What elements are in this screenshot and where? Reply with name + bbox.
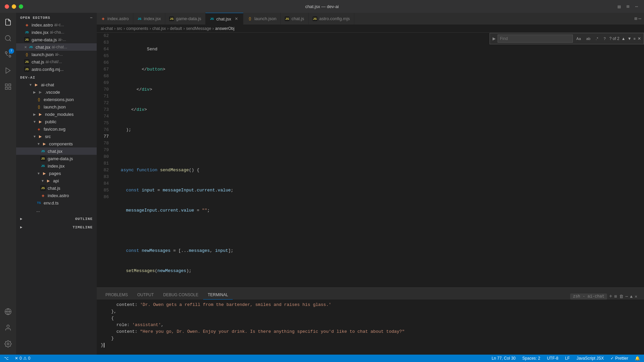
file-index-jsx[interactable]: JS index.jsx	[16, 162, 97, 170]
tab-close-icon[interactable]: ✕	[234, 16, 239, 21]
encoding-status[interactable]: UTF-8	[546, 356, 560, 361]
fullscreen-button[interactable]	[19, 4, 23, 9]
remote-status[interactable]: ⌥	[3, 356, 10, 361]
kill-terminal-icon[interactable]: 🗑	[619, 294, 624, 299]
errors-status[interactable]: ✕ 0 ⚠ 0	[13, 356, 32, 361]
folder-api[interactable]: ▼ ▶ api	[16, 177, 97, 184]
tab-game-data-js[interactable]: JS game-data.js	[165, 13, 205, 25]
tab-launch-json[interactable]: {} launch.json	[243, 13, 281, 25]
match-word-btn[interactable]: ab	[585, 36, 592, 42]
extensions-activity-icon[interactable]	[0, 79, 16, 95]
breadcrumb-src[interactable]: src	[117, 26, 122, 31]
source-control-activity-icon[interactable]: 7	[0, 46, 16, 62]
formatter-status[interactable]: ✓ Prettier	[609, 356, 630, 361]
breadcrumb-chat-jsx[interactable]: chat.jsx	[152, 26, 166, 31]
folder-node-modules[interactable]: ▶ ▶ node_modules	[16, 110, 97, 118]
tab-problems[interactable]: PROBLEMS	[101, 290, 133, 300]
explorer-tree: DEV-AI ▼ ▶ ai-chat ▶ ▶ .vscode {} extens…	[16, 73, 97, 355]
more-editor-actions-icon[interactable]: ⋯	[639, 16, 641, 21]
remote-activity-icon[interactable]	[0, 304, 16, 320]
folder-public[interactable]: ▼ ▶ public	[16, 118, 97, 125]
breadcrumb-components[interactable]: components	[126, 26, 148, 31]
find-expand-icon[interactable]: ▶	[493, 36, 496, 41]
folder-vscode[interactable]: ▶ ▶ .vscode	[16, 88, 97, 96]
warning-icon: ⚠	[23, 356, 27, 361]
open-editor-index-jsx[interactable]: JS index.jsx ai-cha...	[16, 29, 97, 36]
save-all-icon[interactable]: ⋯	[90, 15, 93, 20]
file-chat-jsx[interactable]: JS chat.jsx	[16, 147, 97, 155]
chevron-down-icon: ▼	[32, 134, 37, 139]
account-activity-icon[interactable]	[0, 320, 16, 336]
line-ending-status[interactable]: LF	[564, 356, 571, 361]
position-text: Ln 77, Col 30	[492, 356, 515, 361]
tab-astro-config-mjs[interactable]: JS astro.config.mjs	[309, 13, 354, 25]
breadcrumb-answerObj[interactable]: answerObj	[215, 26, 234, 31]
find-bar[interactable]: ▶ Aa ab .* ? ? of 2 ▲ ▼ ≡ ✕	[490, 33, 644, 44]
file-env-dts[interactable]: TS env.d.ts	[16, 199, 97, 207]
more-actions-icon[interactable]: ⋯	[634, 4, 639, 9]
split-terminal-icon[interactable]: ⊞	[614, 294, 617, 299]
file-game-data-js[interactable]: JS game-data.js	[16, 155, 97, 162]
file-favicon-svg[interactable]: ◈ favicon.svg	[16, 125, 97, 133]
folder-src[interactable]: ▼ ▶ src	[16, 133, 97, 140]
file-more[interactable]: ...	[16, 207, 97, 214]
breadcrumb-ai-chat[interactable]: ai-chat	[101, 26, 113, 31]
language-status[interactable]: JavaScript JSX	[575, 356, 605, 361]
minimize-button[interactable]	[12, 4, 16, 9]
open-editor-astro-config[interactable]: JS astro.config.mj...	[16, 65, 97, 73]
regex-btn[interactable]: .*	[594, 36, 600, 42]
tab-output[interactable]: OUTPUT	[133, 290, 158, 300]
find-next-icon[interactable]: ▼	[628, 36, 632, 41]
files-activity-icon[interactable]	[0, 14, 16, 30]
find-select-all-icon[interactable]: ≡	[634, 37, 636, 41]
file-index-astro[interactable]: ◈ index.astro	[16, 192, 97, 199]
outline-section[interactable]: ▶ OUTLINE	[16, 214, 97, 222]
code-editor[interactable]: 62 63 64 65 66 67 68 69 70 71 72 73 74 7…	[97, 33, 644, 287]
settings-activity-icon[interactable]	[0, 336, 16, 352]
tab-index-jsx[interactable]: JS index.jsx	[133, 13, 166, 25]
open-editor-chat-js[interactable]: JS chat.js ai-chat/...	[16, 58, 97, 65]
tab-debug-console[interactable]: DEBUG CONSOLE	[158, 290, 203, 300]
open-editor-label: astro.config.mj...	[32, 67, 63, 72]
open-editor-index-astro[interactable]: ◈ index.astro ai-c...	[16, 21, 97, 29]
breadcrumb-sendMessage[interactable]: sendMessage	[186, 26, 211, 31]
add-terminal-icon[interactable]: +	[609, 293, 612, 300]
open-editor-label: game-data.js	[32, 37, 57, 42]
close-button[interactable]	[5, 4, 9, 9]
open-editor-launch-json[interactable]: {} launch.json ai-...	[16, 51, 97, 58]
open-editor-chat-jsx[interactable]: ✕ JS chat.jsx ai-chat...	[16, 43, 97, 51]
search-activity-icon[interactable]	[0, 30, 16, 46]
file-api-chat-js[interactable]: JS chat.js	[16, 184, 97, 192]
close-icon[interactable]: ✕	[24, 45, 27, 49]
file-launch-json[interactable]: {} launch.json	[16, 103, 97, 110]
split-editor-icon[interactable]: ⊞	[634, 16, 637, 21]
tab-chat-jsx[interactable]: JS chat.jsx ✕	[205, 13, 243, 25]
layout-icon[interactable]: ⊞	[625, 4, 631, 9]
close-panel-icon[interactable]: ✕	[635, 294, 637, 299]
find-prev-icon[interactable]: ▲	[622, 36, 626, 41]
run-activity-icon[interactable]	[0, 62, 16, 79]
code-scroll[interactable]: 62 63 64 65 66 67 68 69 70 71 72 73 74 7…	[97, 33, 644, 287]
maximize-panel-icon[interactable]: ▲	[630, 294, 633, 299]
terminal-body[interactable]: content: 'Dr. Owen gets a refill from th…	[97, 300, 644, 355]
open-editor-label: launch.json	[32, 52, 54, 57]
preserve-case-btn[interactable]: ?	[602, 36, 607, 42]
indentation-status[interactable]: Spaces: 2	[521, 356, 542, 361]
folder-pages[interactable]: ▼ ▶ pages	[16, 170, 97, 177]
file-extensions-json[interactable]: {} extensions.json	[16, 96, 97, 103]
find-input[interactable]	[498, 35, 573, 43]
folder-components[interactable]: ▼ ▶ components	[16, 140, 97, 147]
timeline-section[interactable]: ▶ TIMELINE	[16, 222, 97, 231]
breadcrumb-default[interactable]: default	[170, 26, 182, 31]
folder-ai-chat[interactable]: ▼ ▶ ai-chat	[16, 81, 97, 88]
open-editor-game-data[interactable]: JS game-data.js ai-...	[16, 36, 97, 43]
tab-index-astro[interactable]: ◈ index.astro	[97, 13, 133, 25]
find-close-icon[interactable]: ✕	[638, 36, 641, 41]
sidebar-toggle-icon[interactable]: ▤	[616, 4, 622, 9]
tab-terminal[interactable]: TERMINAL	[203, 290, 233, 300]
match-case-btn[interactable]: Aa	[575, 36, 583, 42]
notifications-status[interactable]: 🔔	[634, 356, 641, 361]
more-terminal-icon[interactable]: ⋯	[626, 294, 628, 299]
tab-chat-js[interactable]: JS chat.js	[281, 13, 309, 25]
cursor-position[interactable]: Ln 77, Col 30	[490, 356, 517, 361]
